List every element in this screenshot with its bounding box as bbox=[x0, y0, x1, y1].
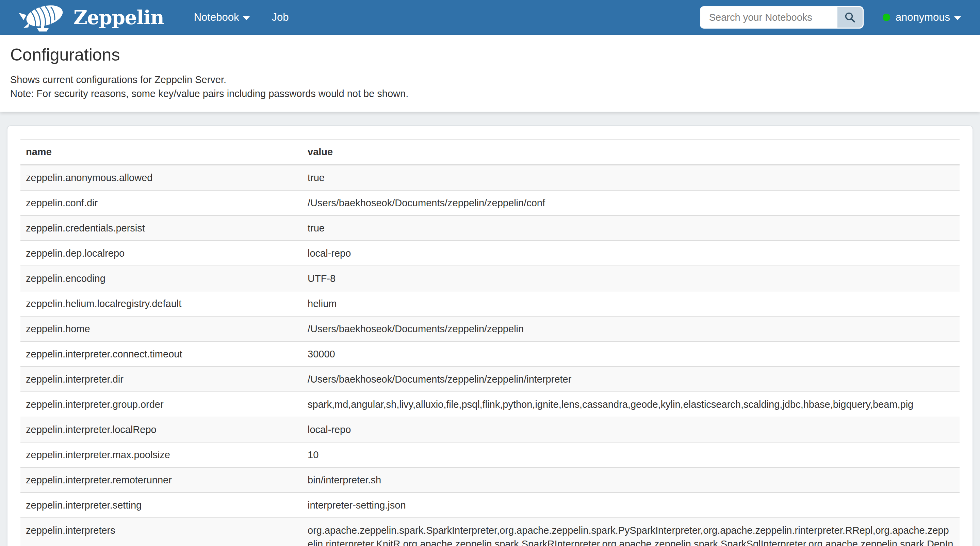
brand-title: Zeppelin bbox=[73, 6, 164, 29]
config-name-cell: zeppelin.encoding bbox=[21, 266, 302, 291]
navbar-right: anonymous bbox=[700, 6, 961, 29]
main-nav: Notebook Job bbox=[183, 11, 300, 24]
config-name-cell: zeppelin.credentials.persist bbox=[21, 215, 302, 241]
column-header-value: value bbox=[302, 139, 959, 165]
notebook-search bbox=[700, 6, 864, 29]
table-row: zeppelin.interpreter.connect.timeout3000… bbox=[21, 341, 959, 367]
config-name-cell: zeppelin.interpreter.max.poolsize bbox=[21, 442, 302, 467]
config-value-cell: local-repo bbox=[302, 417, 959, 442]
nav-job-link[interactable]: Job bbox=[261, 11, 299, 24]
table-header-row: name value bbox=[21, 139, 959, 165]
table-row: zeppelin.anonymous.allowedtrue bbox=[21, 165, 959, 190]
config-name-cell: zeppelin.interpreter.connect.timeout bbox=[21, 341, 302, 367]
config-name-cell: zeppelin.home bbox=[21, 316, 302, 341]
user-menu-dropdown[interactable]: anonymous bbox=[883, 11, 961, 24]
page-description-line2: Note: For security reasons, some key/val… bbox=[10, 87, 970, 101]
config-name-cell: zeppelin.interpreters bbox=[21, 518, 302, 546]
config-name-cell: zeppelin.interpreter.setting bbox=[21, 493, 302, 518]
chevron-down-icon bbox=[243, 16, 250, 20]
config-value-cell: /Users/baekhoseok/Documents/zeppelin/zep… bbox=[302, 190, 959, 215]
zeppelin-logo-icon bbox=[17, 2, 69, 33]
table-row: zeppelin.dep.localrepolocal-repo bbox=[21, 241, 959, 266]
page-description-line1: Shows current configurations for Zeppeli… bbox=[10, 73, 970, 87]
connection-status-icon bbox=[883, 14, 890, 21]
config-name-cell: zeppelin.interpreter.localRepo bbox=[21, 417, 302, 442]
table-row: zeppelin.conf.dir/Users/baekhoseok/Docum… bbox=[21, 190, 959, 215]
table-row: zeppelin.interpretersorg.apache.zeppelin… bbox=[21, 518, 959, 546]
chevron-down-icon bbox=[954, 16, 961, 20]
table-row: zeppelin.interpreter.group.orderspark,md… bbox=[21, 392, 959, 417]
main-content: name value zeppelin.anonymous.allowedtru… bbox=[0, 111, 980, 546]
nav-notebook-dropdown[interactable]: Notebook bbox=[183, 11, 261, 24]
configurations-table: name value zeppelin.anonymous.allowedtru… bbox=[21, 139, 959, 546]
page-header: Configurations Shows current configurati… bbox=[0, 35, 980, 111]
config-value-cell: /Users/baekhoseok/Documents/zeppelin/zep… bbox=[302, 367, 959, 392]
config-value-cell: true bbox=[302, 215, 959, 241]
config-value-cell: spark,md,angular,sh,livy,alluxio,file,ps… bbox=[302, 392, 959, 417]
table-row: zeppelin.encodingUTF-8 bbox=[21, 266, 959, 291]
column-header-name: name bbox=[21, 139, 302, 165]
config-name-cell: zeppelin.helium.localregistry.default bbox=[21, 291, 302, 316]
config-value-cell: true bbox=[302, 165, 959, 190]
table-row: zeppelin.home/Users/baekhoseok/Documents… bbox=[21, 316, 959, 341]
config-value-cell: local-repo bbox=[302, 241, 959, 266]
navbar: Zeppelin Notebook Job anonymous bbox=[0, 0, 980, 35]
config-value-cell: helium bbox=[302, 291, 959, 316]
config-name-cell: zeppelin.interpreter.dir bbox=[21, 367, 302, 392]
page-title: Configurations bbox=[10, 45, 970, 65]
config-name-cell: zeppelin.interpreter.group.order bbox=[21, 392, 302, 417]
table-row: zeppelin.interpreter.remoterunnerbin/int… bbox=[21, 467, 959, 493]
table-row: zeppelin.helium.localregistry.defaulthel… bbox=[21, 291, 959, 316]
user-name: anonymous bbox=[896, 11, 950, 24]
config-name-cell: zeppelin.dep.localrepo bbox=[21, 241, 302, 266]
table-row: zeppelin.interpreter.max.poolsize10 bbox=[21, 442, 959, 467]
table-row: zeppelin.interpreter.localRepolocal-repo bbox=[21, 417, 959, 442]
config-name-cell: zeppelin.anonymous.allowed bbox=[21, 165, 302, 190]
table-row: zeppelin.credentials.persisttrue bbox=[21, 215, 959, 241]
table-row: zeppelin.interpreter.dir/Users/baekhoseo… bbox=[21, 367, 959, 392]
nav-notebook-label: Notebook bbox=[194, 11, 239, 24]
config-value-cell: interpreter-setting.json bbox=[302, 493, 959, 518]
search-icon bbox=[844, 11, 856, 24]
zeppelin-brand[interactable]: Zeppelin bbox=[17, 2, 164, 33]
nav-job-label: Job bbox=[272, 11, 288, 24]
search-input[interactable] bbox=[701, 7, 837, 27]
config-value-cell: bin/interpreter.sh bbox=[302, 467, 959, 493]
table-row: zeppelin.interpreter.settinginterpreter-… bbox=[21, 493, 959, 518]
config-value-cell: /Users/baekhoseok/Documents/zeppelin/zep… bbox=[302, 316, 959, 341]
config-name-cell: zeppelin.conf.dir bbox=[21, 190, 302, 215]
config-name-cell: zeppelin.interpreter.remoterunner bbox=[21, 467, 302, 493]
config-value-cell: UTF-8 bbox=[302, 266, 959, 291]
config-value-cell: org.apache.zeppelin.spark.SparkInterpret… bbox=[302, 518, 959, 546]
config-value-cell: 30000 bbox=[302, 341, 959, 367]
config-value-cell: 10 bbox=[302, 442, 959, 467]
search-button[interactable] bbox=[837, 7, 862, 27]
configurations-card: name value zeppelin.anonymous.allowedtru… bbox=[7, 125, 973, 546]
config-table-body: zeppelin.anonymous.allowedtruezeppelin.c… bbox=[21, 165, 959, 546]
